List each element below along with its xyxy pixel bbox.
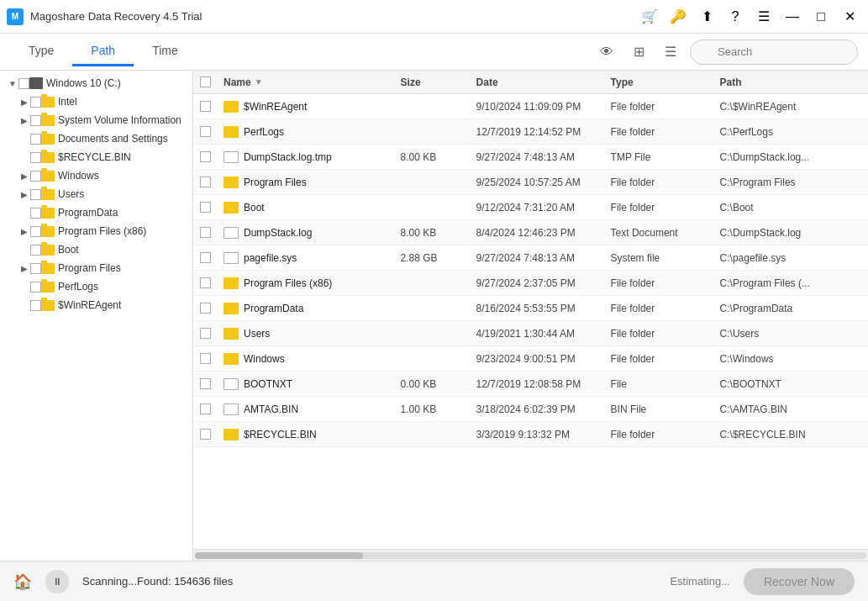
tree-checkbox[interactable] (30, 245, 41, 256)
maximize-button[interactable]: □ (809, 5, 833, 29)
tab-time[interactable]: Time (134, 37, 197, 66)
tree-item-boot[interactable]: Boot (0, 240, 192, 259)
row-checkbox-8[interactable] (200, 303, 224, 314)
scroll-thumb[interactable] (195, 552, 363, 559)
header-date[interactable]: Date (476, 76, 611, 88)
table-row[interactable]: pagefile.sys 2.88 GB 9/27/2024 7:48:13 A… (193, 245, 868, 271)
tree-checkbox[interactable] (30, 134, 41, 145)
tree-item-docsettings[interactable]: Documents and Settings (0, 129, 192, 148)
menu-icon[interactable]: ☰ (752, 5, 776, 29)
table-row[interactable]: Program Files (x86) 9/27/2024 2:37:05 PM… (193, 271, 868, 296)
home-icon[interactable]: 🏠 (13, 572, 32, 591)
row-name-8: ProgramData (224, 303, 401, 314)
horizontal-scrollbar[interactable] (193, 549, 868, 561)
table-row[interactable]: PerfLogs 12/7/2019 12:14:52 PM File fold… (193, 119, 868, 145)
tree-label: $WinREAgent (58, 299, 121, 311)
search-input[interactable] (690, 40, 858, 65)
view-icon[interactable]: 👁 (594, 40, 619, 65)
tree-checkbox[interactable] (30, 115, 41, 126)
tab-path[interactable]: Path (72, 37, 134, 66)
row-checkbox-7[interactable] (200, 277, 224, 288)
row-checkbox-4[interactable] (200, 202, 224, 213)
expand-icon[interactable] (18, 281, 30, 293)
tree-checkbox[interactable] (30, 263, 41, 274)
header-size[interactable]: Size (401, 76, 476, 88)
table-row[interactable]: AMTAG.BIN 1.00 KB 3/18/2024 6:02:39 PM B… (193, 397, 868, 422)
recover-now-button[interactable]: Recover Now (744, 568, 855, 595)
tree-checkbox[interactable] (30, 226, 41, 237)
tree-item-intel[interactable]: ▶ Intel (0, 92, 192, 111)
expand-icon[interactable]: ▶ (18, 262, 30, 274)
row-type-9: File folder (611, 328, 720, 340)
expand-icon[interactable] (18, 207, 30, 219)
row-checkbox-13[interactable] (200, 429, 224, 440)
row-checkbox-1[interactable] (200, 126, 224, 137)
help-icon[interactable]: ? (723, 5, 747, 29)
row-checkbox-0[interactable] (200, 101, 224, 112)
tree-expand-icon[interactable]: ▼ (7, 77, 18, 89)
tree-checkbox[interactable] (30, 282, 41, 293)
tree-checkbox[interactable] (30, 152, 41, 163)
tree-item-sysvolinfo[interactable]: ▶ System Volume Information (0, 111, 192, 129)
table-row[interactable]: $RECYCLE.BIN 3/3/2019 9:13:32 PM File fo… (193, 422, 868, 447)
expand-icon[interactable] (18, 133, 30, 145)
row-checkbox-6[interactable] (200, 252, 224, 263)
tree-root[interactable]: ▼ Windows 10 (C:) (0, 74, 192, 92)
row-checkbox-9[interactable] (200, 328, 224, 339)
tree-item-programdata[interactable]: ProgramData (0, 203, 192, 222)
header-name[interactable]: Name ▼ (224, 76, 401, 88)
expand-icon[interactable]: ▶ (18, 170, 30, 182)
tree-checkbox[interactable] (30, 208, 41, 219)
tree-item-perflogs[interactable]: PerfLogs (0, 277, 192, 296)
expand-icon[interactable] (18, 151, 30, 163)
expand-icon[interactable]: ▶ (18, 225, 30, 237)
expand-icon[interactable] (18, 299, 30, 311)
tree-item-windows[interactable]: ▶ Windows (0, 166, 192, 185)
row-checkbox-5[interactable] (200, 227, 224, 238)
cart-icon[interactable]: 🛒 (638, 5, 661, 29)
tree-checkbox[interactable] (30, 97, 41, 108)
tree-item-programfilesx86[interactable]: ▶ Program Files (x86) (0, 222, 192, 240)
folder-icon (41, 263, 55, 274)
expand-icon[interactable] (18, 244, 30, 256)
table-row[interactable]: Windows 9/23/2024 9:00:51 PM File folder… (193, 346, 868, 372)
tab-type[interactable]: Type (10, 37, 72, 66)
table-row[interactable]: DumpStack.log.tmp 8.00 KB 9/27/2024 7:48… (193, 145, 868, 170)
grid-icon[interactable]: ⊞ (626, 40, 651, 65)
tree-item-winreagent[interactable]: $WinREAgent (0, 296, 192, 314)
row-checkbox-11[interactable] (200, 378, 224, 389)
scroll-track[interactable] (195, 552, 866, 559)
tree-item-programfiles[interactable]: ▶ Program Files (0, 259, 192, 277)
header-check[interactable] (200, 76, 224, 87)
table-row[interactable]: Boot 9/12/2024 7:31:20 AM File folder C:… (193, 195, 868, 220)
expand-icon[interactable]: ▶ (18, 188, 30, 200)
tree-item-users[interactable]: ▶ Users (0, 185, 192, 203)
expand-icon[interactable]: ▶ (18, 114, 30, 126)
table-row[interactable]: Users 4/19/2021 1:30:44 AM File folder C… (193, 321, 868, 346)
row-checkbox-10[interactable] (200, 353, 224, 364)
row-date-2: 9/27/2024 7:48:13 AM (476, 151, 611, 163)
select-all-checkbox[interactable] (200, 76, 211, 87)
table-row[interactable]: Program Files 9/25/2024 10:57:25 AM File… (193, 170, 868, 195)
tree-item-recycle[interactable]: $RECYCLE.BIN (0, 148, 192, 166)
row-checkbox-2[interactable] (200, 151, 224, 162)
row-checkbox-12[interactable] (200, 403, 224, 414)
expand-icon[interactable]: ▶ (18, 96, 30, 108)
pause-button[interactable]: ⏸ (45, 570, 69, 593)
header-type[interactable]: Type (611, 76, 720, 88)
tree-checkbox[interactable] (30, 300, 41, 311)
table-row[interactable]: $WinREAgent 9/10/2024 11:09:09 PM File f… (193, 94, 868, 119)
tree-checkbox[interactable] (30, 171, 41, 182)
key-icon[interactable]: 🔑 (666, 5, 690, 29)
close-button[interactable]: ✕ (838, 5, 861, 29)
upload-icon[interactable]: ⬆ (695, 5, 718, 29)
table-row[interactable]: ProgramData 8/16/2024 5:53:55 PM File fo… (193, 296, 868, 321)
table-row[interactable]: DumpStack.log 8.00 KB 8/4/2024 12:46:23 … (193, 220, 868, 245)
header-path[interactable]: Path (720, 76, 861, 88)
tree-checkbox[interactable] (30, 189, 41, 200)
row-checkbox-3[interactable] (200, 177, 224, 187)
list-icon[interactable]: ☰ (658, 40, 683, 65)
minimize-button[interactable]: — (781, 5, 804, 29)
table-row[interactable]: BOOTNXT 0.00 KB 12/7/2019 12:08:58 PM Fi… (193, 372, 868, 397)
tree-checkbox-root[interactable] (18, 78, 29, 89)
